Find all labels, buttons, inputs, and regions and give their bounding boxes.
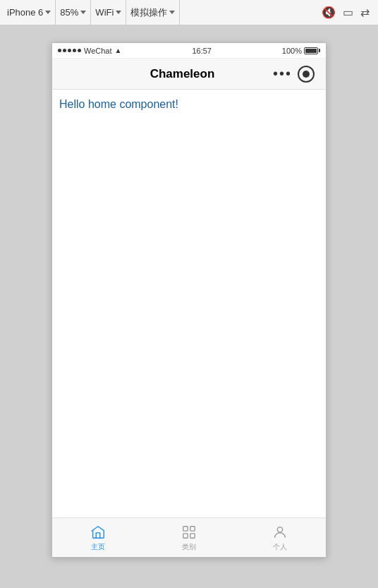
tab-bar: 主页 类别 个人 bbox=[52, 517, 326, 557]
svg-rect-0 bbox=[183, 526, 188, 530]
wifi-icon: ▲ bbox=[115, 47, 122, 54]
network-label: WiFi bbox=[95, 7, 114, 18]
tab-category-label: 类别 bbox=[182, 542, 196, 552]
action-label: 模拟操作 bbox=[130, 6, 167, 19]
rotate-icon[interactable]: ⇄ bbox=[360, 6, 370, 19]
device-selector[interactable]: iPhone 6 bbox=[3, 0, 56, 25]
page-content: Hello home component! bbox=[52, 90, 326, 517]
app-name: WeChat bbox=[84, 47, 112, 55]
home-icon bbox=[90, 524, 106, 541]
toolbar: iPhone 6 85% WiFi 模拟操作 🔇 ▭ ⇄ bbox=[0, 0, 378, 25]
device-label: iPhone 6 bbox=[7, 7, 43, 18]
nav-more-button[interactable]: ••• bbox=[273, 66, 292, 82]
toolbar-icons: 🔇 ▭ ⇄ bbox=[316, 6, 375, 19]
nav-bar: Chameleon ••• bbox=[52, 59, 326, 90]
status-left: WeChat ▲ bbox=[58, 47, 121, 55]
status-right: 100% bbox=[282, 47, 320, 55]
svg-rect-1 bbox=[190, 526, 195, 530]
svg-rect-2 bbox=[183, 533, 188, 537]
tab-home[interactable]: 主页 bbox=[52, 518, 143, 557]
network-selector[interactable]: WiFi bbox=[91, 0, 126, 25]
screen-icon[interactable]: ▭ bbox=[343, 6, 353, 19]
device-chevron-icon bbox=[45, 11, 51, 14]
svg-point-4 bbox=[278, 527, 283, 532]
action-selector[interactable]: 模拟操作 bbox=[126, 0, 180, 25]
battery-icon bbox=[304, 47, 320, 54]
action-chevron-icon bbox=[169, 11, 175, 14]
zoom-label: 85% bbox=[60, 7, 78, 18]
svg-rect-3 bbox=[190, 533, 195, 537]
tab-profile-label: 个人 bbox=[273, 542, 287, 552]
profile-icon bbox=[272, 524, 288, 541]
battery-percent: 100% bbox=[282, 47, 302, 55]
phone-frame: WeChat ▲ 16:57 100% Chameleon ••• Hello … bbox=[51, 42, 327, 558]
tab-profile[interactable]: 个人 bbox=[235, 518, 326, 557]
zoom-selector[interactable]: 85% bbox=[56, 0, 91, 25]
volume-icon[interactable]: 🔇 bbox=[322, 6, 336, 19]
category-icon bbox=[181, 524, 197, 541]
status-time: 16:57 bbox=[192, 47, 212, 55]
zoom-chevron-icon bbox=[80, 11, 86, 14]
network-chevron-icon bbox=[116, 11, 121, 14]
signal-icon bbox=[58, 49, 81, 52]
tab-home-label: 主页 bbox=[91, 542, 105, 552]
hello-text: Hello home component! bbox=[59, 98, 178, 110]
tab-category[interactable]: 类别 bbox=[143, 518, 234, 557]
status-bar: WeChat ▲ 16:57 100% bbox=[52, 43, 326, 59]
record-inner bbox=[303, 71, 310, 78]
nav-title: Chameleon bbox=[92, 67, 273, 81]
nav-record-button[interactable] bbox=[298, 66, 315, 83]
